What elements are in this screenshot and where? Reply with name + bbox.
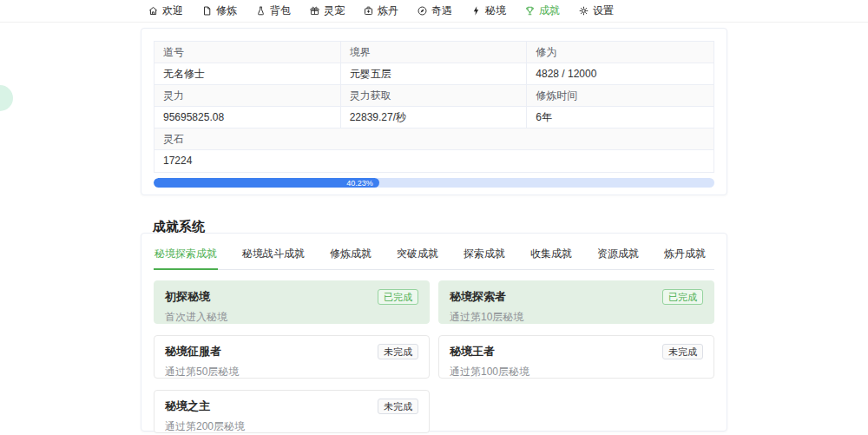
compass-icon	[417, 5, 428, 16]
character-stats-card: 道号 境界 修为 无名修士 元婴五层 4828 / 12000 灵力 灵力获取 …	[141, 28, 727, 195]
achievement-card: 秘境探索者 已完成 通过第10层秘境	[438, 280, 714, 324]
achievement-desc: 首次进入秘境	[165, 310, 418, 325]
stat-value-time: 6年	[527, 107, 713, 129]
achievement-card: 秘境之主 未完成 通过第200层秘境	[154, 390, 430, 433]
achievement-card: 秘境征服者 未完成 通过第50层秘境	[154, 335, 430, 379]
table-row: 无名修士 元婴五层 4828 / 12000	[155, 63, 713, 85]
achievement-grid: 初探秘境 已完成 首次进入秘境 秘境探索者 已完成 通过第10层秘境 秘境征服者…	[154, 280, 714, 433]
nav-item-label: 秘境	[485, 3, 506, 18]
achievement-desc: 通过第50层秘境	[165, 365, 418, 379]
home-icon	[148, 5, 159, 16]
nav-item-alchemy[interactable]: 炼丹	[363, 3, 398, 18]
stat-value-spirit-power: 95695825.08	[155, 107, 341, 129]
status-badge: 已完成	[662, 289, 703, 305]
achievement-title: 初探秘境	[165, 289, 210, 305]
achievement-title: 秘境之主	[165, 399, 210, 414]
gear-icon	[578, 5, 589, 16]
nav-item-secret-realm[interactable]: 秘境	[470, 3, 506, 18]
tab-resource[interactable]: 资源成就	[596, 244, 640, 269]
stat-label-spirit-power: 灵力	[155, 85, 341, 107]
lightning-icon	[470, 5, 482, 16]
stat-value-spirit-gain: 22839.27/秒	[341, 107, 528, 129]
stat-label-cultivation: 修为	[527, 42, 713, 63]
table-row: 道号 境界 修为	[155, 42, 713, 63]
side-float-handle[interactable]	[0, 85, 13, 111]
nav-item-pet[interactable]: 灵宠	[309, 3, 345, 18]
achievement-desc: 通过第200层秘境	[165, 419, 418, 434]
achievement-title: 秘境王者	[450, 344, 495, 359]
status-badge: 未完成	[662, 344, 703, 359]
stat-value-spirit-stone: 17224	[155, 150, 713, 172]
tab-collect[interactable]: 收集成就	[529, 244, 573, 269]
nav-item-adventure[interactable]: 奇遇	[417, 3, 452, 18]
achievement-title: 秘境探索者	[450, 289, 506, 305]
achievements-card: 秘境探索成就 秘境战斗成就 修炼成就 突破成就 探索成就 收集成就 资源成就 炼…	[141, 233, 727, 432]
progress-fill: 40.23%	[154, 178, 379, 188]
nav-item-settings[interactable]: 设置	[578, 3, 614, 18]
stat-label-spirit-stone: 灵石	[155, 129, 713, 150]
achievement-desc: 通过第100层秘境	[450, 365, 703, 379]
achievement-title: 秘境征服者	[165, 344, 221, 359]
status-badge: 未完成	[378, 344, 418, 359]
nav-item-backpack[interactable]: 背包	[255, 3, 291, 18]
tab-secret-realm-battle[interactable]: 秘境战斗成就	[241, 244, 306, 269]
stat-value-cultivation: 4828 / 12000	[527, 63, 713, 85]
nav-item-achievements[interactable]: 成就	[524, 3, 560, 18]
stat-label-dao-name: 道号	[155, 42, 341, 63]
achievement-tabs: 秘境探索成就 秘境战斗成就 修炼成就 突破成就 探索成就 收集成就 资源成就 炼…	[154, 244, 714, 270]
table-row: 灵力 灵力获取 修炼时间	[155, 85, 713, 107]
tab-explore[interactable]: 探索成就	[463, 244, 506, 269]
stat-label-spirit-gain: 灵力获取	[341, 85, 528, 107]
gift-icon	[309, 5, 320, 16]
achievement-desc: 通过第10层秘境	[450, 310, 703, 325]
nav-item-label: 成就	[539, 3, 560, 18]
nav-item-label: 背包	[270, 3, 291, 18]
scroll-icon	[201, 5, 213, 16]
table-row: 灵石	[155, 129, 713, 150]
status-badge: 未完成	[378, 399, 418, 414]
tab-secret-realm-explore[interactable]: 秘境探索成就	[154, 244, 218, 270]
stats-table: 道号 境界 修为 无名修士 元婴五层 4828 / 12000 灵力 灵力获取 …	[154, 41, 714, 173]
top-navbar: 欢迎 修炼 背包 灵宠 炼丹 奇遇 秘境 成就 设置	[0, 0, 868, 23]
status-badge: 已完成	[378, 289, 418, 305]
tab-breakthrough[interactable]: 突破成就	[396, 244, 439, 269]
achievement-card: 秘境王者 未完成 通过第100层秘境	[438, 335, 714, 379]
nav-item-label: 设置	[593, 3, 614, 18]
stat-label-time: 修炼时间	[527, 85, 713, 107]
table-row: 17224	[155, 150, 713, 172]
nav-item-cultivation[interactable]: 修炼	[201, 3, 237, 18]
nav-item-label: 修炼	[216, 3, 237, 18]
stat-value-realm: 元婴五层	[341, 63, 528, 85]
stat-label-realm: 境界	[341, 42, 528, 63]
nav-item-label: 奇遇	[431, 3, 452, 18]
progress-label: 40.23%	[346, 179, 373, 188]
stat-value-dao-name: 无名修士	[155, 63, 341, 85]
nav-item-label: 灵宠	[324, 3, 345, 18]
tab-cultivation[interactable]: 修炼成就	[329, 244, 372, 269]
nav-item-welcome[interactable]: 欢迎	[148, 3, 183, 18]
nav-item-label: 欢迎	[162, 3, 183, 18]
flask-icon	[255, 5, 266, 16]
medkit-icon	[363, 5, 374, 16]
trophy-icon	[524, 5, 536, 16]
achievement-card: 初探秘境 已完成 首次进入秘境	[154, 280, 430, 324]
table-row: 95695825.08 22839.27/秒 6年	[155, 107, 713, 129]
nav-item-label: 炼丹	[378, 3, 398, 18]
tab-alchemy[interactable]: 炼丹成就	[663, 244, 707, 269]
cultivation-progress-bar: 40.23%	[154, 178, 714, 188]
